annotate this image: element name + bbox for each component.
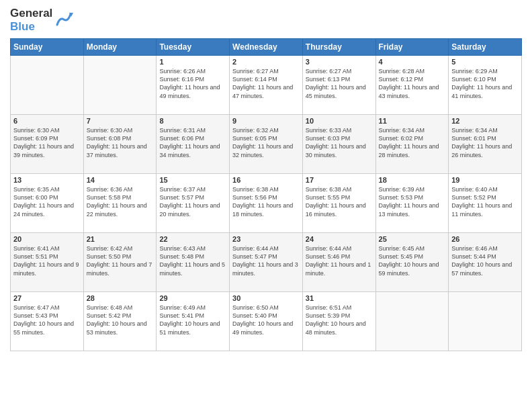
day-info: Sunrise: 6:32 AM Sunset: 6:05 PM Dayligh… [232, 126, 300, 159]
day-number: 15 [159, 176, 226, 184]
day-number: 3 [306, 58, 373, 66]
day-info: Sunrise: 6:51 AM Sunset: 5:39 PM Dayligh… [306, 304, 373, 336]
day-info: Sunrise: 6:30 AM Sunset: 6:08 PM Dayligh… [87, 126, 154, 159]
day-info: Sunrise: 6:46 AM Sunset: 5:44 PM Dayligh… [451, 244, 519, 277]
calendar-cell [449, 292, 522, 351]
calendar-cell: 7Sunrise: 6:30 AM Sunset: 6:08 PM Daylig… [83, 115, 157, 174]
day-info: Sunrise: 6:49 AM Sunset: 5:41 PM Dayligh… [159, 304, 226, 336]
day-info: Sunrise: 6:31 AM Sunset: 6:06 PM Dayligh… [159, 126, 226, 159]
day-number: 25 [379, 235, 446, 243]
logo-wave-icon [54, 10, 73, 29]
calendar-cell: 24Sunrise: 6:44 AM Sunset: 5:46 PM Dayli… [302, 233, 375, 292]
day-number: 19 [451, 176, 519, 184]
day-info: Sunrise: 6:44 AM Sunset: 5:46 PM Dayligh… [306, 244, 373, 277]
weekday-header-wednesday: Wednesday [230, 39, 303, 56]
day-info: Sunrise: 6:29 AM Sunset: 6:10 PM Dayligh… [451, 67, 519, 100]
calendar-cell: 22Sunrise: 6:43 AM Sunset: 5:48 PM Dayli… [157, 233, 230, 292]
calendar-cell: 2Sunrise: 6:27 AM Sunset: 6:14 PM Daylig… [230, 56, 303, 115]
day-info: Sunrise: 6:26 AM Sunset: 6:16 PM Dayligh… [159, 67, 226, 100]
day-info: Sunrise: 6:45 AM Sunset: 5:45 PM Dayligh… [379, 244, 446, 277]
day-number: 8 [159, 117, 226, 125]
weekday-header-friday: Friday [375, 39, 449, 56]
day-info: Sunrise: 6:48 AM Sunset: 5:42 PM Dayligh… [87, 304, 154, 336]
calendar-cell: 18Sunrise: 6:39 AM Sunset: 5:53 PM Dayli… [375, 174, 449, 233]
calendar-cell: 4Sunrise: 6:28 AM Sunset: 6:12 PM Daylig… [375, 56, 449, 115]
day-number: 5 [451, 58, 519, 66]
day-number: 20 [13, 235, 81, 243]
calendar-cell: 16Sunrise: 6:38 AM Sunset: 5:56 PM Dayli… [230, 174, 303, 233]
day-number: 17 [306, 176, 373, 184]
day-number: 18 [379, 176, 446, 184]
calendar-cell: 5Sunrise: 6:29 AM Sunset: 6:10 PM Daylig… [449, 56, 522, 115]
day-number: 29 [159, 294, 226, 302]
day-number: 10 [306, 117, 373, 125]
day-number: 24 [306, 235, 373, 243]
calendar-cell: 26Sunrise: 6:46 AM Sunset: 5:44 PM Dayli… [449, 233, 522, 292]
day-info: Sunrise: 6:34 AM Sunset: 6:02 PM Dayligh… [379, 126, 446, 159]
day-info: Sunrise: 6:28 AM Sunset: 6:12 PM Dayligh… [379, 67, 446, 100]
logo-text-blue: Blue [10, 20, 35, 34]
logo: General Blue [10, 7, 73, 33]
calendar-cell: 30Sunrise: 6:50 AM Sunset: 5:40 PM Dayli… [230, 292, 303, 351]
weekday-header-sunday: Sunday [11, 39, 84, 56]
day-number: 22 [159, 235, 226, 243]
page: General Blue SundayMondayTuesdayWednesda… [0, 0, 532, 411]
calendar-cell: 10Sunrise: 6:33 AM Sunset: 6:03 PM Dayli… [302, 115, 375, 174]
day-info: Sunrise: 6:50 AM Sunset: 5:40 PM Dayligh… [232, 304, 300, 336]
calendar-cell: 29Sunrise: 6:49 AM Sunset: 5:41 PM Dayli… [157, 292, 230, 351]
day-info: Sunrise: 6:30 AM Sunset: 6:09 PM Dayligh… [13, 126, 81, 159]
calendar-cell: 23Sunrise: 6:44 AM Sunset: 5:47 PM Dayli… [230, 233, 303, 292]
day-info: Sunrise: 6:43 AM Sunset: 5:48 PM Dayligh… [159, 244, 226, 277]
calendar-cell: 17Sunrise: 6:38 AM Sunset: 5:55 PM Dayli… [302, 174, 375, 233]
calendar-cell: 3Sunrise: 6:27 AM Sunset: 6:13 PM Daylig… [302, 56, 375, 115]
day-number: 30 [232, 294, 300, 302]
calendar-cell: 27Sunrise: 6:47 AM Sunset: 5:43 PM Dayli… [11, 292, 84, 351]
day-info: Sunrise: 6:35 AM Sunset: 6:00 PM Dayligh… [13, 185, 81, 218]
calendar-cell: 20Sunrise: 6:41 AM Sunset: 5:51 PM Dayli… [11, 233, 84, 292]
week-row-1: 1Sunrise: 6:26 AM Sunset: 6:16 PM Daylig… [11, 56, 522, 115]
day-number: 27 [13, 294, 81, 302]
day-info: Sunrise: 6:39 AM Sunset: 5:53 PM Dayligh… [379, 185, 446, 218]
day-info: Sunrise: 6:27 AM Sunset: 6:14 PM Dayligh… [232, 67, 300, 100]
day-info: Sunrise: 6:38 AM Sunset: 5:56 PM Dayligh… [232, 185, 300, 218]
calendar-cell: 11Sunrise: 6:34 AM Sunset: 6:02 PM Dayli… [375, 115, 449, 174]
calendar-cell: 19Sunrise: 6:40 AM Sunset: 5:52 PM Dayli… [449, 174, 522, 233]
day-info: Sunrise: 6:37 AM Sunset: 5:57 PM Dayligh… [159, 185, 226, 218]
weekday-header-saturday: Saturday [449, 39, 522, 56]
calendar-cell: 1Sunrise: 6:26 AM Sunset: 6:16 PM Daylig… [157, 56, 230, 115]
calendar-cell: 6Sunrise: 6:30 AM Sunset: 6:09 PM Daylig… [11, 115, 84, 174]
calendar-cell: 13Sunrise: 6:35 AM Sunset: 6:00 PM Dayli… [11, 174, 84, 233]
week-row-4: 20Sunrise: 6:41 AM Sunset: 5:51 PM Dayli… [11, 233, 522, 292]
week-row-5: 27Sunrise: 6:47 AM Sunset: 5:43 PM Dayli… [11, 292, 522, 351]
calendar-cell: 12Sunrise: 6:34 AM Sunset: 6:01 PM Dayli… [449, 115, 522, 174]
calendar-table: SundayMondayTuesdayWednesdayThursdayFrid… [10, 38, 522, 351]
calendar-cell [11, 56, 84, 115]
calendar-cell: 15Sunrise: 6:37 AM Sunset: 5:57 PM Dayli… [157, 174, 230, 233]
weekday-header-monday: Monday [83, 39, 157, 56]
day-number: 26 [451, 235, 519, 243]
day-number: 11 [379, 117, 446, 125]
calendar-cell: 9Sunrise: 6:32 AM Sunset: 6:05 PM Daylig… [230, 115, 303, 174]
day-info: Sunrise: 6:40 AM Sunset: 5:52 PM Dayligh… [451, 185, 519, 218]
day-info: Sunrise: 6:34 AM Sunset: 6:01 PM Dayligh… [451, 126, 519, 159]
calendar-cell: 8Sunrise: 6:31 AM Sunset: 6:06 PM Daylig… [157, 115, 230, 174]
day-info: Sunrise: 6:47 AM Sunset: 5:43 PM Dayligh… [13, 304, 81, 336]
day-info: Sunrise: 6:38 AM Sunset: 5:55 PM Dayligh… [306, 185, 373, 218]
day-number: 6 [13, 117, 81, 125]
day-info: Sunrise: 6:41 AM Sunset: 5:51 PM Dayligh… [13, 244, 81, 277]
header: General Blue [10, 7, 522, 33]
calendar-cell: 28Sunrise: 6:48 AM Sunset: 5:42 PM Dayli… [83, 292, 157, 351]
logo-text-general: General [10, 7, 52, 20]
day-number: 1 [159, 58, 226, 66]
day-number: 28 [87, 294, 154, 302]
day-number: 14 [87, 176, 154, 184]
weekday-header-thursday: Thursday [302, 39, 375, 56]
week-row-3: 13Sunrise: 6:35 AM Sunset: 6:00 PM Dayli… [11, 174, 522, 233]
calendar-cell: 14Sunrise: 6:36 AM Sunset: 5:58 PM Dayli… [83, 174, 157, 233]
day-number: 23 [232, 235, 300, 243]
day-number: 2 [232, 58, 300, 66]
day-info: Sunrise: 6:33 AM Sunset: 6:03 PM Dayligh… [306, 126, 373, 159]
weekday-header-tuesday: Tuesday [157, 39, 230, 56]
day-info: Sunrise: 6:27 AM Sunset: 6:13 PM Dayligh… [306, 67, 373, 100]
day-info: Sunrise: 6:44 AM Sunset: 5:47 PM Dayligh… [232, 244, 300, 277]
